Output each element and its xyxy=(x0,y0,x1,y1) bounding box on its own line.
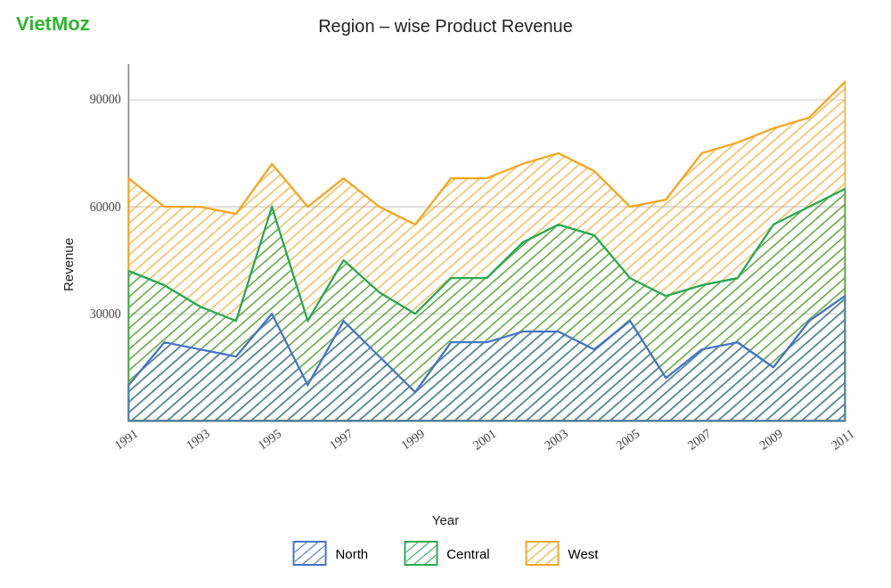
legend-central-label: Central xyxy=(446,546,489,561)
svg-text:90000: 90000 xyxy=(90,92,121,106)
svg-text:1993: 1993 xyxy=(184,426,212,453)
legend-north-label: North xyxy=(336,546,369,561)
svg-text:60000: 60000 xyxy=(90,199,121,213)
svg-text:1999: 1999 xyxy=(398,426,427,453)
legend: North Central West xyxy=(293,541,599,566)
svg-text:2003: 2003 xyxy=(542,426,570,453)
x-axis-label: Year xyxy=(0,512,891,527)
main-chart: 3000060000900001991199319951997199920012… xyxy=(76,49,864,481)
svg-text:2007: 2007 xyxy=(685,426,714,453)
svg-text:1995: 1995 xyxy=(255,426,283,453)
svg-text:2011: 2011 xyxy=(829,426,857,453)
svg-text:1991: 1991 xyxy=(112,426,141,453)
y-axis-label: Revenue xyxy=(53,238,76,291)
legend-west-label: West xyxy=(568,546,599,561)
svg-text:30000: 30000 xyxy=(90,306,121,320)
logo: VietMoz xyxy=(16,12,90,36)
svg-text:2001: 2001 xyxy=(470,426,499,453)
svg-rect-28 xyxy=(405,543,437,566)
legend-north: North xyxy=(293,541,369,566)
svg-text:2005: 2005 xyxy=(613,426,642,453)
legend-central: Central xyxy=(404,541,489,566)
legend-west: West xyxy=(526,541,599,566)
svg-text:2009: 2009 xyxy=(756,426,785,453)
svg-rect-26 xyxy=(295,543,327,566)
svg-rect-30 xyxy=(527,543,560,566)
chart-title: Region – wise Product Revenue xyxy=(0,16,891,37)
svg-text:1997: 1997 xyxy=(327,426,356,453)
